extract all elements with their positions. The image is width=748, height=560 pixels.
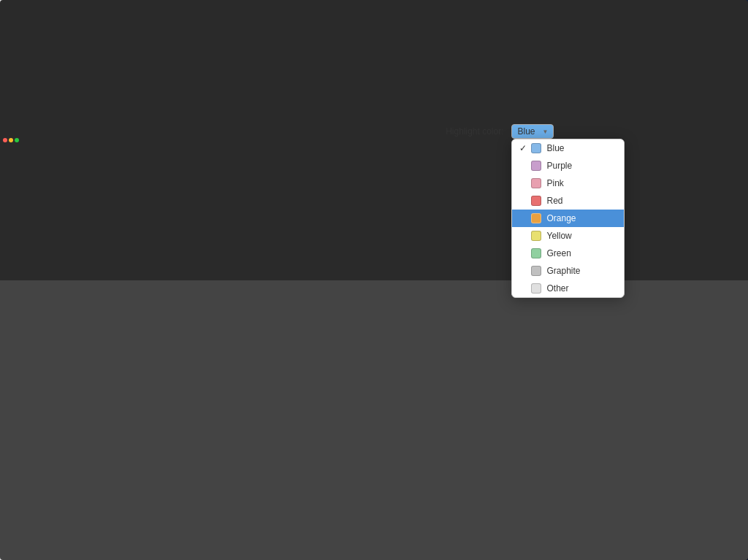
highlight-color-dropdown-menu: ✓ Blue Purple Pink bbox=[511, 139, 625, 298]
pink-label: Pink bbox=[547, 178, 564, 188]
dropdown-item-other[interactable]: Other bbox=[512, 280, 624, 297]
blue-label: Blue bbox=[547, 143, 565, 153]
appearance-dark-thumb[interactable] bbox=[561, 54, 602, 83]
purple-label: Purple bbox=[547, 161, 573, 171]
appearance-dark-option[interactable]: Dark bbox=[561, 54, 602, 95]
yellow-label: Yellow bbox=[547, 231, 572, 241]
dropdown-item-graphite[interactable]: Graphite bbox=[512, 262, 624, 280]
green-label: Green bbox=[547, 248, 571, 258]
system-preferences-panel: ‹ › General bbox=[398, 0, 748, 560]
blue-swatch bbox=[531, 143, 541, 153]
dropdown-item-orange[interactable]: Orange ⊕ bbox=[512, 210, 624, 227]
blue-checkmark: ✓ bbox=[519, 143, 528, 153]
dropdown-item-red[interactable]: Red bbox=[512, 192, 624, 210]
red-label: Red bbox=[547, 196, 563, 206]
pink-swatch bbox=[531, 178, 541, 188]
highlight-color-row: Highlight color: Blue ✓ Blue Purple bbox=[424, 124, 723, 139]
dropdown-item-green[interactable]: Green bbox=[512, 245, 624, 262]
appearance-row: Appearance: Light bbox=[424, 54, 723, 95]
green-swatch bbox=[531, 248, 541, 258]
highlight-color-dropdown[interactable]: Blue bbox=[511, 124, 554, 139]
dropdown-item-blue[interactable]: ✓ Blue bbox=[512, 139, 624, 157]
graphite-swatch bbox=[531, 266, 541, 276]
dropdown-item-purple[interactable]: Purple bbox=[512, 157, 624, 174]
highlight-color-label: Highlight color: bbox=[424, 126, 511, 137]
other-swatch bbox=[531, 283, 541, 294]
prefs-window: ‹ › General bbox=[409, 15, 738, 364]
appearance-options: Light Dark bbox=[511, 54, 602, 95]
graphite-label: Graphite bbox=[547, 266, 581, 276]
other-label: Other bbox=[547, 283, 569, 294]
dropdown-item-yellow[interactable]: Yellow bbox=[512, 227, 624, 245]
dropdown-item-pink[interactable]: Pink bbox=[512, 174, 624, 192]
prefs-body: Appearance: Light bbox=[409, 42, 738, 364]
yellow-swatch bbox=[531, 231, 541, 241]
orange-label: Orange bbox=[547, 213, 576, 223]
orange-swatch bbox=[531, 213, 541, 223]
red-swatch bbox=[531, 196, 541, 206]
purple-swatch bbox=[531, 161, 541, 171]
